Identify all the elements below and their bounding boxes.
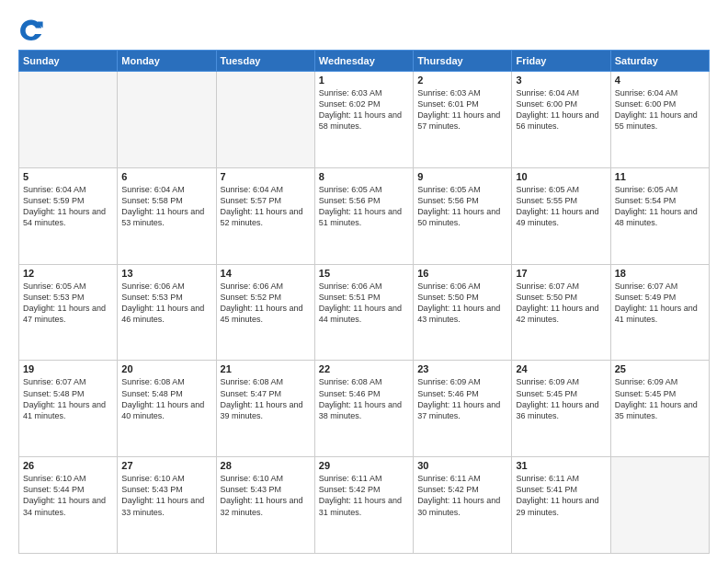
day-number: 23: [417, 363, 507, 374]
day-number: 26: [23, 460, 113, 471]
calendar-week-0: 1Sunrise: 6:03 AMSunset: 6:02 PMDaylight…: [19, 72, 710, 168]
calendar-cell: 28Sunrise: 6:10 AMSunset: 5:43 PMDayligh…: [216, 457, 314, 554]
calendar-cell: 20Sunrise: 6:08 AMSunset: 5:48 PMDayligh…: [118, 361, 216, 457]
day-number: 10: [516, 171, 606, 182]
day-number: 28: [221, 460, 311, 471]
calendar-cell: 23Sunrise: 6:09 AMSunset: 5:46 PMDayligh…: [414, 361, 512, 457]
cell-info: Sunrise: 6:08 AMSunset: 5:48 PMDaylight:…: [121, 376, 211, 421]
day-number: 15: [319, 268, 409, 279]
calendar-cell: 3Sunrise: 6:04 AMSunset: 6:00 PMDaylight…: [512, 72, 610, 168]
day-number: 4: [615, 75, 705, 86]
cell-info: Sunrise: 6:05 AMSunset: 5:55 PMDaylight:…: [516, 184, 606, 229]
day-number: 30: [417, 460, 507, 471]
calendar-cell: 10Sunrise: 6:05 AMSunset: 5:55 PMDayligh…: [512, 167, 610, 264]
cell-info: Sunrise: 6:09 AMSunset: 5:45 PMDaylight:…: [615, 376, 705, 421]
calendar-header-friday: Friday: [512, 51, 610, 72]
cell-info: Sunrise: 6:04 AMSunset: 5:58 PMDaylight:…: [121, 184, 211, 229]
calendar-cell: 30Sunrise: 6:11 AMSunset: 5:42 PMDayligh…: [414, 457, 512, 554]
day-number: 3: [516, 75, 606, 86]
day-number: 2: [417, 75, 507, 86]
calendar-cell: 18Sunrise: 6:07 AMSunset: 5:49 PMDayligh…: [610, 264, 709, 361]
calendar-cell: 16Sunrise: 6:06 AMSunset: 5:50 PMDayligh…: [414, 264, 512, 361]
cell-info: Sunrise: 6:05 AMSunset: 5:56 PMDaylight:…: [319, 184, 409, 229]
calendar-week-4: 26Sunrise: 6:10 AMSunset: 5:44 PMDayligh…: [19, 457, 710, 554]
day-number: 25: [615, 363, 705, 374]
calendar-cell: 24Sunrise: 6:09 AMSunset: 5:45 PMDayligh…: [512, 361, 610, 457]
cell-info: Sunrise: 6:07 AMSunset: 5:49 PMDaylight:…: [615, 281, 705, 326]
cell-info: Sunrise: 6:06 AMSunset: 5:51 PMDaylight:…: [319, 281, 409, 326]
calendar-cell: 21Sunrise: 6:08 AMSunset: 5:47 PMDayligh…: [216, 361, 314, 457]
day-number: 24: [516, 363, 606, 374]
cell-info: Sunrise: 6:10 AMSunset: 5:44 PMDaylight:…: [23, 473, 113, 518]
calendar-cell: 19Sunrise: 6:07 AMSunset: 5:48 PMDayligh…: [19, 361, 118, 457]
logo: [18, 17, 50, 42]
calendar-week-1: 5Sunrise: 6:04 AMSunset: 5:59 PMDaylight…: [19, 167, 710, 264]
calendar-cell: 29Sunrise: 6:11 AMSunset: 5:42 PMDayligh…: [314, 457, 413, 554]
cell-info: Sunrise: 6:10 AMSunset: 5:43 PMDaylight:…: [121, 473, 211, 518]
calendar-cell: [19, 72, 118, 168]
calendar-cell: 15Sunrise: 6:06 AMSunset: 5:51 PMDayligh…: [314, 264, 413, 361]
calendar-cell: [216, 72, 314, 168]
day-number: 6: [121, 171, 211, 182]
calendar-cell: 9Sunrise: 6:05 AMSunset: 5:56 PMDaylight…: [414, 167, 512, 264]
cell-info: Sunrise: 6:07 AMSunset: 5:50 PMDaylight:…: [516, 281, 606, 326]
calendar-cell: 11Sunrise: 6:05 AMSunset: 5:54 PMDayligh…: [610, 167, 709, 264]
day-number: 29: [319, 460, 409, 471]
calendar-cell: 7Sunrise: 6:04 AMSunset: 5:57 PMDaylight…: [216, 167, 314, 264]
calendar-week-2: 12Sunrise: 6:05 AMSunset: 5:53 PMDayligh…: [19, 264, 710, 361]
cell-info: Sunrise: 6:09 AMSunset: 5:45 PMDaylight:…: [516, 376, 606, 421]
day-number: 22: [319, 363, 409, 374]
day-number: 21: [221, 363, 311, 374]
calendar-cell: 1Sunrise: 6:03 AMSunset: 6:02 PMDaylight…: [314, 72, 413, 168]
calendar-cell: [610, 457, 709, 554]
day-number: 5: [23, 171, 113, 182]
day-number: 13: [121, 268, 211, 279]
day-number: 16: [417, 268, 507, 279]
calendar-cell: 5Sunrise: 6:04 AMSunset: 5:59 PMDaylight…: [19, 167, 118, 264]
calendar-cell: 8Sunrise: 6:05 AMSunset: 5:56 PMDaylight…: [314, 167, 413, 264]
calendar-header-wednesday: Wednesday: [314, 51, 413, 72]
calendar-header-saturday: Saturday: [610, 51, 709, 72]
cell-info: Sunrise: 6:11 AMSunset: 5:42 PMDaylight:…: [417, 473, 507, 518]
cell-info: Sunrise: 6:05 AMSunset: 5:54 PMDaylight:…: [615, 184, 705, 229]
cell-info: Sunrise: 6:05 AMSunset: 5:53 PMDaylight:…: [23, 281, 113, 326]
day-number: 12: [23, 268, 113, 279]
cell-info: Sunrise: 6:04 AMSunset: 6:00 PMDaylight:…: [615, 87, 705, 132]
day-number: 31: [516, 460, 606, 471]
cell-info: Sunrise: 6:04 AMSunset: 5:57 PMDaylight:…: [221, 184, 311, 229]
calendar-week-3: 19Sunrise: 6:07 AMSunset: 5:48 PMDayligh…: [19, 361, 710, 457]
calendar-cell: 4Sunrise: 6:04 AMSunset: 6:00 PMDaylight…: [610, 72, 709, 168]
cell-info: Sunrise: 6:11 AMSunset: 5:42 PMDaylight:…: [319, 473, 409, 518]
calendar-cell: 25Sunrise: 6:09 AMSunset: 5:45 PMDayligh…: [610, 361, 709, 457]
day-number: 8: [319, 171, 409, 182]
header: [18, 17, 710, 42]
calendar-cell: 26Sunrise: 6:10 AMSunset: 5:44 PMDayligh…: [19, 457, 118, 554]
cell-info: Sunrise: 6:11 AMSunset: 5:41 PMDaylight:…: [516, 473, 606, 518]
cell-info: Sunrise: 6:06 AMSunset: 5:50 PMDaylight:…: [417, 281, 507, 326]
day-number: 9: [417, 171, 507, 182]
day-number: 18: [615, 268, 705, 279]
day-number: 19: [23, 363, 113, 374]
day-number: 17: [516, 268, 606, 279]
cell-info: Sunrise: 6:10 AMSunset: 5:43 PMDaylight:…: [221, 473, 311, 518]
cell-info: Sunrise: 6:04 AMSunset: 5:59 PMDaylight:…: [23, 184, 113, 229]
day-number: 11: [615, 171, 705, 182]
cell-info: Sunrise: 6:04 AMSunset: 6:00 PMDaylight:…: [516, 87, 606, 132]
calendar-cell: 14Sunrise: 6:06 AMSunset: 5:52 PMDayligh…: [216, 264, 314, 361]
day-number: 1: [319, 75, 409, 86]
calendar-cell: 31Sunrise: 6:11 AMSunset: 5:41 PMDayligh…: [512, 457, 610, 554]
cell-info: Sunrise: 6:07 AMSunset: 5:48 PMDaylight:…: [23, 376, 113, 421]
calendar-cell: 12Sunrise: 6:05 AMSunset: 5:53 PMDayligh…: [19, 264, 118, 361]
cell-info: Sunrise: 6:06 AMSunset: 5:53 PMDaylight:…: [121, 281, 211, 326]
calendar-cell: 2Sunrise: 6:03 AMSunset: 6:01 PMDaylight…: [414, 72, 512, 168]
calendar-cell: 13Sunrise: 6:06 AMSunset: 5:53 PMDayligh…: [118, 264, 216, 361]
cell-info: Sunrise: 6:03 AMSunset: 6:01 PMDaylight:…: [417, 87, 507, 132]
calendar-cell: [118, 72, 216, 168]
calendar-cell: 27Sunrise: 6:10 AMSunset: 5:43 PMDayligh…: [118, 457, 216, 554]
calendar-header-sunday: Sunday: [19, 51, 118, 72]
page: SundayMondayTuesdayWednesdayThursdayFrid…: [0, 0, 728, 563]
day-number: 27: [121, 460, 211, 471]
day-number: 7: [221, 171, 311, 182]
cell-info: Sunrise: 6:03 AMSunset: 6:02 PMDaylight:…: [319, 87, 409, 132]
calendar-cell: 17Sunrise: 6:07 AMSunset: 5:50 PMDayligh…: [512, 264, 610, 361]
